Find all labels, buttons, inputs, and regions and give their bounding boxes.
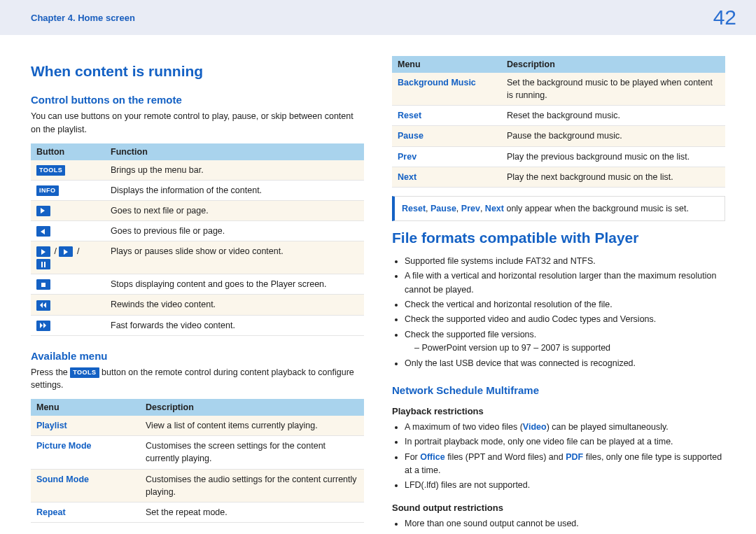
topbar: Chapter 4. Home screen 42 xyxy=(0,0,756,35)
menu-desc-table: Menu Description Playlist View a list of… xyxy=(31,399,364,523)
note-reset: Reset xyxy=(402,204,426,213)
ff-li-0: Supported file systems include FAT32 and… xyxy=(405,255,725,268)
d-playlist: View a list of content items currently p… xyxy=(140,416,364,436)
pb-pdf-link: PDF xyxy=(566,452,583,462)
ff-li-2: Check the vertical and horizontal resolu… xyxy=(405,298,725,311)
pb-li-1a: A maximum of two video files ( xyxy=(405,422,523,432)
svg-marker-3 xyxy=(64,249,68,255)
note-c3: , xyxy=(480,204,485,213)
heading-control-buttons: Control buttons on the remote xyxy=(31,94,364,106)
svg-marker-9 xyxy=(40,323,43,328)
th-menu: Menu xyxy=(31,399,140,416)
btn-stop xyxy=(31,274,105,295)
svg-marker-7 xyxy=(40,302,43,308)
chapter-label: Chapter 4. Home screen xyxy=(31,13,135,23)
svg-rect-5 xyxy=(44,262,46,267)
heading-network-multiframe: Network Schedule Multiframe xyxy=(392,384,725,396)
bg-music-note: Reset, Pause, Prev, Next only appear whe… xyxy=(392,196,725,221)
d-sound-mode: Customises the audio settings for the co… xyxy=(140,469,364,502)
so-li-1: More than one sound output cannot be use… xyxy=(405,517,725,531)
btn-tools: TOOLS xyxy=(31,160,105,181)
m-repeat: Repeat xyxy=(31,502,140,522)
note-c1: , xyxy=(426,204,430,213)
note-rest: only appear when the background music is… xyxy=(504,204,689,213)
fn-tools: Brings up the menu bar. xyxy=(105,160,364,181)
pb-li-3: For Office files (PPT and Word files) an… xyxy=(405,451,725,478)
file-formats-list: Supported file systems include FAT32 and… xyxy=(392,255,725,370)
th-function: Function xyxy=(105,143,364,160)
note-prev: Prev xyxy=(461,204,480,213)
note-c2: , xyxy=(456,204,461,213)
play-alt-icon xyxy=(59,246,73,257)
m-bg-music: Background Music xyxy=(392,73,501,106)
ff-li-4-text: Check the supported file versions. xyxy=(405,330,536,339)
page-content: When content is running Control buttons … xyxy=(0,35,756,534)
th-button: Button xyxy=(31,143,105,160)
svg-marker-10 xyxy=(43,323,46,328)
playback-restrictions-list: A maximum of two video files (Video) can… xyxy=(392,421,725,493)
rewind-icon xyxy=(36,300,50,311)
btn-rewind xyxy=(31,295,105,315)
fn-stop: Stops displaying content and goes to the… xyxy=(105,274,364,295)
pb-li-3a: For xyxy=(405,452,420,462)
d-pause: Pause the background music. xyxy=(501,126,725,146)
btn-next xyxy=(31,200,105,220)
svg-marker-1 xyxy=(41,229,45,234)
btn-playpause: / / xyxy=(31,241,105,274)
heading-sound-output-restrictions: Sound output restrictions xyxy=(392,503,725,513)
d-picture-mode: Customises the screen settings for the c… xyxy=(140,436,364,469)
m-picture-mode: Picture Mode xyxy=(31,436,140,469)
svg-marker-8 xyxy=(43,302,46,308)
next-icon xyxy=(36,206,50,216)
text-a: Press the xyxy=(31,367,70,377)
d-next: Play the next background music on the li… xyxy=(501,167,725,187)
m-next: Next xyxy=(392,167,501,187)
ff-li-4: Check the supported file versions. – Pow… xyxy=(405,328,725,356)
btn-ff xyxy=(31,315,105,335)
svg-marker-0 xyxy=(41,208,45,213)
d-bg-music: Set the background music to be played wh… xyxy=(501,73,725,106)
th-desc: Description xyxy=(140,399,364,416)
tools-chip-icon: TOOLS xyxy=(36,165,65,176)
fn-playpause: Plays or pauses slide show or video cont… xyxy=(105,241,364,274)
btn-prev xyxy=(31,220,105,241)
fn-rewind: Rewinds the video content. xyxy=(105,295,364,315)
note-pause: Pause xyxy=(430,204,456,213)
pb-video-link: Video xyxy=(523,422,547,432)
pb-li-1: A maximum of two video files (Video) can… xyxy=(405,421,725,434)
ff-li-3: Check the supported video and audio Code… xyxy=(405,313,725,326)
fn-next: Goes to next file or page. xyxy=(105,200,364,220)
ff-icon xyxy=(36,321,50,331)
fn-prev: Goes to previous file or page. xyxy=(105,220,364,241)
page-number: 42 xyxy=(713,6,736,29)
control-buttons-desc: You can use buttons on your remote contr… xyxy=(31,110,364,136)
prev-icon xyxy=(36,226,50,237)
pb-li-4: LFD(.lfd) files are not supported. xyxy=(405,479,725,492)
stop-icon xyxy=(36,279,50,290)
m-reset: Reset xyxy=(392,106,501,126)
menu-desc-table-2: Menu Description Background Music Set th… xyxy=(392,56,725,188)
pb-li-3b: files (PPT and Word files) and xyxy=(445,452,566,462)
m-pause: Pause xyxy=(392,126,501,146)
info-chip-icon: INFO xyxy=(36,185,59,196)
right-column: Menu Description Background Music Set th… xyxy=(392,56,725,534)
heading-file-formats: File formats compatible with Player xyxy=(392,230,725,246)
pb-office-link: Office xyxy=(420,452,444,462)
th-menu-2: Menu xyxy=(392,56,501,73)
d-repeat: Set the repeat mode. xyxy=(140,502,364,522)
m-playlist: Playlist xyxy=(31,416,140,436)
play-icon xyxy=(36,246,50,257)
heading-when-content-running: When content is running xyxy=(31,63,364,80)
ff-li-1: A file with a vertical and horizontal re… xyxy=(405,269,725,297)
button-function-table: Button Function TOOLS Brings up the menu… xyxy=(31,143,364,336)
d-reset: Reset the background music. xyxy=(501,106,725,126)
available-menu-desc: Press the TOOLS button on the remote con… xyxy=(31,366,364,393)
fn-info: Displays the information of the content. xyxy=(105,180,364,200)
sound-output-list: More than one sound output cannot be use… xyxy=(392,517,725,531)
ff-sub-ppt: – PowerPoint version up to 97 – 2007 is … xyxy=(414,342,725,355)
left-column: When content is running Control buttons … xyxy=(31,56,364,534)
pause-icon xyxy=(36,259,50,269)
ff-li-last: Only the last USB device that was connec… xyxy=(405,357,725,370)
tools-chip-inline-icon: TOOLS xyxy=(70,367,99,379)
svg-rect-6 xyxy=(41,283,46,287)
